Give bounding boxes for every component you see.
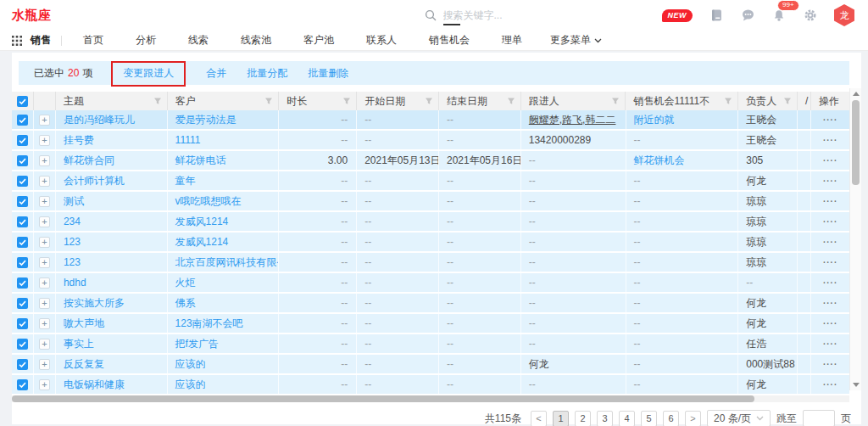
cell-subject[interactable]: 是的冯绍峰玩儿: [56, 110, 168, 129]
cell-subject[interactable]: 按实施大所多: [56, 294, 168, 312]
customer-link[interactable]: v哦吃哦想哦在: [175, 194, 242, 209]
cell-expand[interactable]: +: [34, 375, 56, 394]
cell-row-checkbox[interactable]: [12, 334, 34, 353]
cell-row-checkbox[interactable]: [12, 375, 34, 394]
cell-expand[interactable]: +: [34, 151, 56, 170]
scroll-down-arrow-icon[interactable]: [853, 383, 860, 387]
cell-customer[interactable]: 童年: [168, 171, 280, 190]
cell-row-checkbox[interactable]: [12, 273, 34, 292]
filter-funnel-icon[interactable]: [611, 97, 620, 105]
page-button-4[interactable]: 4: [619, 411, 635, 426]
filter-funnel-icon[interactable]: [153, 97, 162, 105]
nav-tab-5[interactable]: 客户池: [287, 33, 350, 48]
customer-link[interactable]: 11111: [175, 134, 201, 146]
cell-customer[interactable]: 应该的: [168, 375, 280, 394]
more-dots-icon[interactable]: ····: [823, 238, 837, 247]
expand-plus-icon[interactable]: +: [39, 216, 50, 227]
cell-expand[interactable]: +: [34, 233, 56, 251]
row-checkbox[interactable]: [17, 237, 28, 248]
page-button-6[interactable]: 6: [663, 411, 679, 426]
cell-customer[interactable]: 鲜花饼电话: [168, 151, 280, 170]
nav-tab-3[interactable]: 线索: [172, 33, 225, 48]
more-dots-icon[interactable]: ····: [823, 299, 837, 308]
customer-link[interactable]: 鲜花饼电话: [175, 154, 226, 168]
cell-expand[interactable]: +: [34, 334, 56, 353]
customer-link[interactable]: 应该的: [175, 357, 206, 372]
cell-actions[interactable]: ····: [811, 192, 849, 210]
row-checkbox[interactable]: [17, 298, 28, 309]
expand-plus-icon[interactable]: +: [39, 298, 50, 309]
customer-link[interactable]: 发威风1214: [175, 215, 229, 229]
row-checkbox[interactable]: [17, 379, 28, 390]
cell-subject[interactable]: 鲜花饼合同: [56, 151, 168, 170]
cell-actions[interactable]: ····: [811, 253, 849, 272]
expand-plus-icon[interactable]: +: [39, 237, 50, 248]
cell-subject[interactable]: 234: [56, 212, 168, 231]
column-header-销售机会11111不[interactable]: 销售机会11111不: [626, 92, 738, 110]
cell-row-checkbox[interactable]: [12, 314, 34, 333]
expand-plus-icon[interactable]: +: [39, 135, 50, 146]
scroll-up-arrow-icon[interactable]: [853, 92, 860, 96]
cell-actions[interactable]: ····: [811, 273, 849, 292]
column-header-时长[interactable]: 时长: [279, 92, 357, 110]
cell-subject[interactable]: 反反复复: [56, 355, 168, 373]
more-dots-icon[interactable]: ····: [823, 278, 837, 288]
row-checkbox[interactable]: [17, 176, 28, 187]
cell-customer[interactable]: 北京百度网讯科技有限公司: [168, 253, 280, 272]
cell-subject[interactable]: 测试: [56, 192, 168, 210]
page-button-5[interactable]: 5: [641, 411, 657, 426]
cell-row-checkbox[interactable]: [12, 192, 34, 210]
subject-link[interactable]: 123: [64, 236, 81, 248]
prev-page-button[interactable]: <: [531, 411, 547, 426]
customer-link[interactable]: 应该的: [175, 378, 206, 392]
expand-plus-icon[interactable]: +: [39, 339, 50, 350]
cell-row-checkbox[interactable]: [12, 151, 34, 170]
customer-link[interactable]: 佛系: [175, 296, 196, 311]
cell-subject[interactable]: 123: [56, 253, 168, 272]
page-button-2[interactable]: 2: [575, 411, 591, 426]
cell-subject[interactable]: 事实上: [56, 334, 168, 353]
filter-funnel-icon[interactable]: [507, 97, 515, 105]
subject-link[interactable]: 123: [64, 256, 81, 268]
cell-row-checkbox[interactable]: [12, 131, 34, 149]
column-header-主题[interactable]: 主题: [56, 92, 168, 110]
nav-tab-2[interactable]: 分析: [120, 33, 172, 48]
horizontal-scrollbar-thumb[interactable]: [12, 395, 754, 402]
cell-expand[interactable]: +: [34, 314, 56, 333]
subject-link[interactable]: 嗷大声地: [64, 317, 104, 331]
jump-page-input[interactable]: [803, 410, 835, 426]
cell-customer[interactable]: 发威风1214: [168, 233, 280, 251]
expand-plus-icon[interactable]: +: [39, 257, 50, 268]
more-dots-icon[interactable]: ····: [823, 115, 837, 125]
subject-link[interactable]: 反反复复: [64, 357, 104, 372]
nav-tab-6[interactable]: 联系人: [350, 33, 413, 48]
cell-actions[interactable]: ····: [811, 171, 849, 190]
page-button-3[interactable]: 3: [597, 411, 613, 426]
cell-row-checkbox[interactable]: [12, 294, 34, 312]
filter-funnel-icon[interactable]: [342, 97, 351, 105]
expand-plus-icon[interactable]: +: [39, 115, 50, 126]
row-checkbox[interactable]: [17, 155, 28, 166]
expand-plus-icon[interactable]: +: [39, 359, 50, 370]
row-checkbox[interactable]: [17, 359, 28, 370]
cell-customer[interactable]: 把f发广告: [168, 334, 280, 353]
cell-actions[interactable]: ····: [811, 233, 849, 251]
cell-actions[interactable]: ····: [811, 314, 849, 333]
filter-funnel-icon[interactable]: [425, 97, 433, 105]
cell-actions[interactable]: ····: [811, 375, 849, 394]
notebook-icon[interactable]: [709, 8, 724, 23]
gear-icon[interactable]: [803, 8, 818, 23]
expand-plus-icon[interactable]: +: [39, 318, 50, 329]
cell-expand[interactable]: +: [34, 294, 56, 312]
expand-plus-icon[interactable]: +: [39, 155, 50, 166]
cell-expand[interactable]: +: [34, 253, 56, 272]
cell-subject[interactable]: 嗷大声地: [56, 314, 168, 333]
cell-subject[interactable]: 123: [56, 233, 168, 251]
subject-link[interactable]: 挂号费: [64, 133, 94, 148]
cell-actions[interactable]: ····: [811, 355, 849, 373]
vertical-scrollbar[interactable]: [849, 88, 861, 390]
nav-tab-8[interactable]: 理单: [486, 33, 538, 48]
expand-plus-icon[interactable]: +: [39, 379, 50, 390]
cell-expand[interactable]: +: [34, 171, 56, 190]
cell-expand[interactable]: +: [34, 131, 56, 149]
